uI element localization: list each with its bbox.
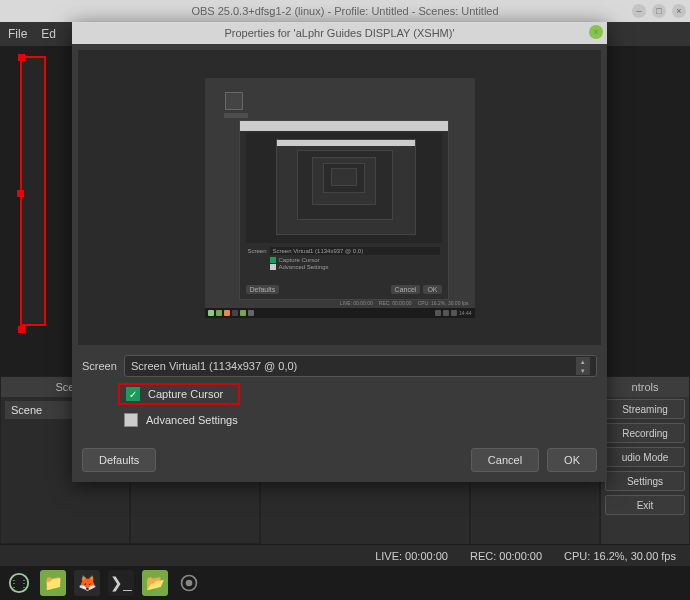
advanced-settings-checkbox[interactable] (124, 413, 138, 427)
files-icon[interactable]: 📁 (40, 570, 66, 596)
nested-taskbar: 14:44 (205, 308, 475, 318)
start-streaming-button[interactable]: Streaming (605, 399, 685, 419)
window-minimize-icon[interactable]: – (632, 4, 646, 18)
start-recording-button[interactable]: Recording (605, 423, 685, 443)
window-close-icon[interactable]: × (672, 4, 686, 18)
obs-window-titlebar: OBS 25.0.3+dfsg1-2 (linux) - Profile: Un… (0, 0, 690, 22)
obs-window-title: OBS 25.0.3+dfsg1-2 (linux) - Profile: Un… (191, 5, 498, 17)
capture-cursor-checkbox[interactable]: ✓ (126, 387, 140, 401)
dialog-titlebar: Properties for 'aLphr Guides DISPLAY (XS… (72, 22, 607, 44)
firefox-icon[interactable]: 🦊 (74, 570, 100, 596)
capture-cursor-highlight: ✓ Capture Cursor (118, 383, 240, 405)
resize-handle[interactable] (18, 54, 25, 61)
source-preview: ScreenScreen Virtual1 (1134x937 @ 0,0) C… (78, 50, 601, 345)
screen-label: Screen (82, 360, 116, 372)
terminal-icon[interactable]: ❯_ (108, 570, 134, 596)
chevron-down-icon[interactable]: ▾ (576, 366, 590, 375)
screen-select[interactable]: Screen Virtual1 (1134x937 @ 0,0) ▴ ▾ (124, 355, 597, 377)
status-cpu: CPU: 16.2%, 30.00 fps (564, 550, 676, 562)
resize-handle[interactable] (17, 190, 24, 197)
controls-header: ntrols (601, 377, 689, 397)
obs-icon[interactable] (176, 570, 202, 596)
svg-text:⋮⋮: ⋮⋮ (9, 578, 29, 589)
menu-edit[interactable]: Ed (41, 27, 56, 41)
close-icon[interactable]: × (589, 25, 603, 39)
ok-button[interactable]: OK (547, 448, 597, 472)
exit-button[interactable]: Exit (605, 495, 685, 515)
chevron-up-icon[interactable]: ▴ (576, 357, 590, 366)
capture-cursor-label: Capture Cursor (148, 388, 223, 400)
svg-point-3 (186, 580, 193, 587)
menu-file[interactable]: File (8, 27, 27, 41)
status-rec: REC: 00:00:00 (470, 550, 542, 562)
window-maximize-icon[interactable]: □ (652, 4, 666, 18)
cancel-button[interactable]: Cancel (471, 448, 539, 472)
screen-select-value: Screen Virtual1 (1134x937 @ 0,0) (131, 360, 297, 372)
settings-button[interactable]: Settings (605, 471, 685, 491)
system-taskbar: ⋮⋮ 📁 🦊 ❯_ 📂 (0, 566, 690, 600)
obs-statusbar: LIVE: 00:00:00 REC: 00:00:00 CPU: 16.2%,… (0, 544, 690, 566)
studio-mode-button[interactable]: udio Mode (605, 447, 685, 467)
menu-icon[interactable]: ⋮⋮ (6, 570, 32, 596)
advanced-settings-label: Advanced Settings (146, 414, 238, 426)
defaults-button[interactable]: Defaults (82, 448, 156, 472)
dialog-title: Properties for 'aLphr Guides DISPLAY (XS… (225, 27, 455, 39)
controls-panel: ntrols Streaming Recording udio Mode Set… (600, 376, 690, 566)
status-live: LIVE: 00:00:00 (375, 550, 448, 562)
properties-dialog: Properties for 'aLphr Guides DISPLAY (XS… (72, 22, 607, 482)
folder-icon[interactable]: 📂 (142, 570, 168, 596)
desktop-icon (225, 92, 243, 110)
resize-handle[interactable] (18, 326, 25, 333)
